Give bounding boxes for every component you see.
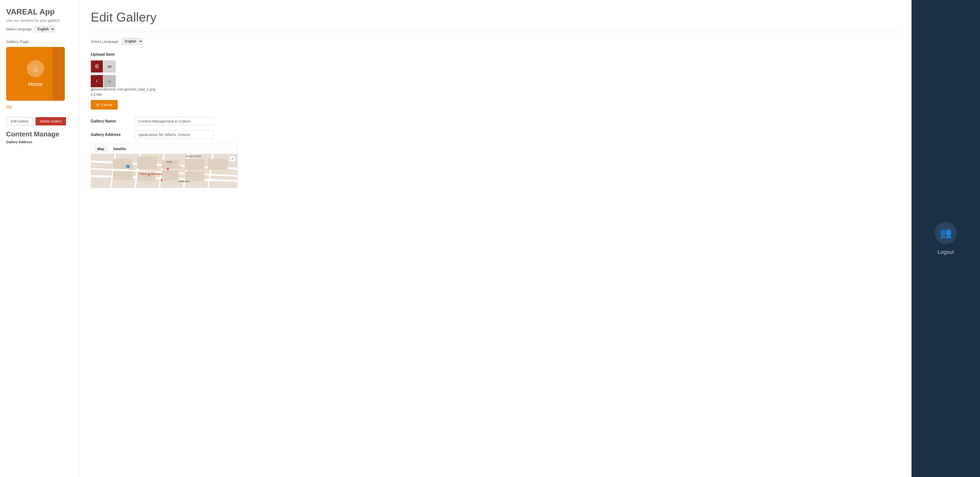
svg-rect-9 <box>113 159 133 169</box>
sidebar-buttons: Edit Gallery Delete Gallery <box>6 117 72 125</box>
logo-row-2: i c <box>91 75 899 87</box>
home-card[interactable]: ⌂ Home <box>6 47 65 101</box>
map-fullscreen-button[interactable]: ⤢ <box>229 156 235 162</box>
map-body[interactable]: Kaissa of Kalli Nubian Hostel Athens Sel… <box>91 154 237 188</box>
svg-text:Santarosa: Santarosa <box>179 180 189 183</box>
sidebar-gallery-name: Content Manage <box>6 130 72 138</box>
sidebar-language-label: Select Language <box>6 27 32 31</box>
sidebar-gallery-address-label: Gallery Address <box>6 140 72 144</box>
svg-rect-15 <box>185 159 205 170</box>
upload-label: Upload Item <box>91 52 899 57</box>
main-content: Edit Gallery Select Language English Gre… <box>78 0 912 477</box>
gallery-page-label: Gallery Page <box>6 40 72 44</box>
svg-text:Kaissa of Kalli: Kaissa of Kalli <box>186 155 201 157</box>
svg-rect-17 <box>208 159 228 170</box>
svg-rect-14 <box>162 171 179 181</box>
map-tab-map[interactable]: Map <box>94 146 108 152</box>
app-subtitle: Use our services for your gallery! <box>6 18 72 22</box>
svg-rect-16 <box>185 172 205 181</box>
logo-tile-3: i <box>91 75 103 87</box>
page-title: Edit Gallery <box>91 10 899 24</box>
my-label: My <box>6 105 72 110</box>
svg-rect-10 <box>137 157 157 169</box>
gallery-address-input[interactable] <box>135 130 213 139</box>
svg-text:Nubian Hostel Athens: Nubian Hostel Athens <box>140 173 162 175</box>
main-language-row: Select Language English Greek <box>91 38 899 45</box>
svg-text:📍: 📍 <box>159 179 164 183</box>
map-tabs: Map Satellite <box>91 144 237 154</box>
avatar-icon: 👥 <box>940 227 952 239</box>
logo-tile-1: © <box>91 60 103 73</box>
svg-text:☕: ☕ <box>179 165 182 168</box>
map-svg: Kaissa of Kalli Nubian Hostel Athens Sel… <box>91 154 237 188</box>
gallery-name-input[interactable] <box>135 117 213 125</box>
sidebar-language-select[interactable]: English Greek <box>34 26 55 32</box>
gallery-address-row: Gallery Address <box>91 130 899 139</box>
sidebar-language-row: Select Language English Greek <box>6 26 72 32</box>
upload-filesize: 0.5 MB <box>91 93 899 97</box>
logo-preview: © m <box>91 60 899 73</box>
cancel-upload-button[interactable]: ⊘ Cancel <box>91 100 118 109</box>
map-tab-satellite[interactable]: Satellite <box>109 146 130 152</box>
right-panel: 👥 Logout <box>912 0 980 477</box>
main-language-label: Select Language <box>91 40 118 44</box>
svg-rect-12 <box>113 171 133 180</box>
home-icon-circle: ⌂ <box>27 60 44 77</box>
main-language-select[interactable]: English Greek <box>121 38 143 45</box>
upload-section: Upload Item © m i c gloumos@comic.com.gr… <box>91 52 899 109</box>
gallery-name-label: Gallery Name <box>91 119 130 124</box>
logo-tile-2: m <box>103 60 116 73</box>
home-icon: ⌂ <box>33 64 38 73</box>
cancel-label: Cancel <box>101 103 112 107</box>
logo-tile-4: c <box>103 75 116 87</box>
home-label: Home <box>29 81 43 87</box>
gallery-address-label: Gallery Address <box>91 133 130 137</box>
form-section: Gallery Name Gallery Address <box>91 117 899 139</box>
map-container: Map Satellite <box>91 144 237 188</box>
svg-text:📍: 📍 <box>147 174 151 178</box>
cancel-icon: ⊘ <box>96 103 99 107</box>
logout-button[interactable]: Logout <box>937 249 954 255</box>
sidebar: VAREAL App Use our services for your gal… <box>0 0 78 477</box>
svg-text:B: B <box>127 166 129 168</box>
avatar: 👥 <box>935 222 957 244</box>
app-title: VAREAL App <box>6 7 72 16</box>
sidebar-edit-gallery-button[interactable]: Edit Gallery <box>6 117 33 125</box>
gallery-name-row: Gallery Name <box>91 117 899 125</box>
sidebar-delete-gallery-button[interactable]: Delete Gallery <box>35 117 66 125</box>
svg-text:📍: 📍 <box>165 168 170 172</box>
svg-text:🍴: 🍴 <box>167 159 170 162</box>
upload-filename: gloumos@comic.com.grcomic_logo_2.png <box>91 87 899 91</box>
